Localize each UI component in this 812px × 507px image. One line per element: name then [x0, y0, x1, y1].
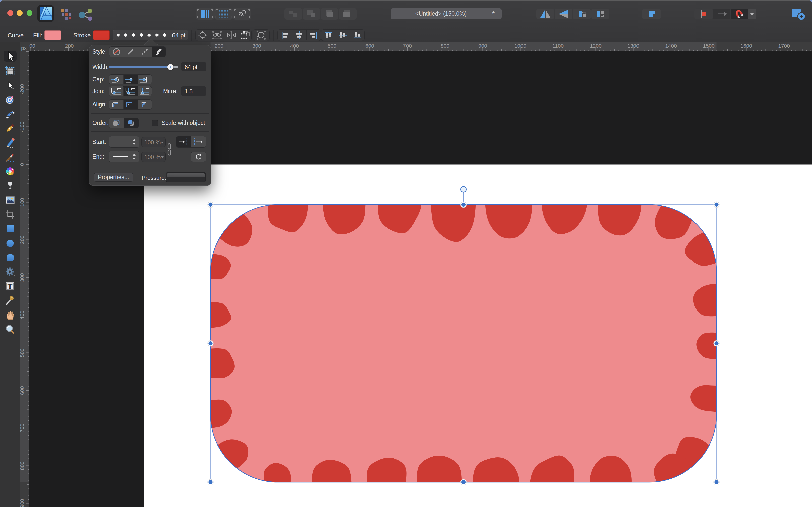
svg-text:1200: 1200: [590, 43, 602, 49]
svg-text:500: 500: [19, 348, 25, 357]
svg-text:1700: 1700: [778, 43, 790, 49]
svg-text:200: 200: [215, 43, 223, 49]
svg-text:700: 700: [403, 43, 412, 49]
svg-text:T: T: [7, 282, 12, 290]
svg-text:-200: -200: [63, 43, 73, 49]
svg-text:400: 400: [290, 43, 299, 49]
svg-text:0: 0: [19, 163, 25, 166]
svg-text:200: 200: [19, 235, 25, 244]
svg-text:900: 900: [478, 43, 487, 49]
svg-text:1500: 1500: [703, 43, 715, 49]
svg-text:00: 00: [30, 43, 35, 49]
svg-text:-100: -100: [19, 121, 25, 132]
svg-text:-200: -200: [19, 84, 25, 94]
svg-text:100: 100: [19, 198, 25, 207]
svg-text:300: 300: [252, 43, 261, 49]
svg-text:700: 700: [19, 424, 25, 433]
svg-text:400: 400: [19, 311, 25, 320]
svg-text:800: 800: [441, 43, 449, 49]
svg-text:300: 300: [19, 273, 25, 282]
svg-text:600: 600: [365, 43, 374, 49]
svg-text:900: 900: [19, 499, 25, 507]
svg-text:800: 800: [19, 461, 25, 470]
svg-text:1000: 1000: [515, 43, 526, 49]
svg-text:600: 600: [19, 386, 25, 395]
svg-text:500: 500: [328, 43, 336, 49]
svg-text:1100: 1100: [552, 43, 564, 49]
svg-text:1300: 1300: [628, 43, 639, 49]
svg-text:1400: 1400: [665, 43, 677, 49]
svg-text:1600: 1600: [741, 43, 752, 49]
